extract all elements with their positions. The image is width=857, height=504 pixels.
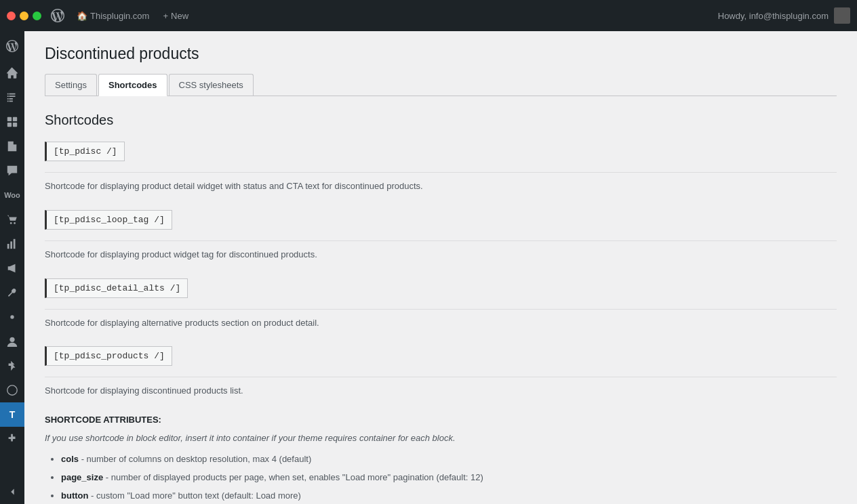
window-controls [7,12,41,20]
shortcode-code-4: [tp_pdisc_products /] [45,346,172,366]
admin-bar: 🏠 Thisplugin.com + New Howdy, info@thisp… [0,0,857,31]
svg-rect-0 [7,117,12,121]
shortcode-code-1: [tp_pdisc /] [45,142,125,161]
sidebar-item-marketing[interactable] [0,256,24,280]
wp-icon [49,7,66,24]
woo-label: Woo [4,191,20,199]
tab-settings[interactable]: Settings [45,74,97,96]
sidebar-item-woocommerce[interactable]: Woo [0,183,24,207]
svg-rect-3 [13,123,17,127]
shortcode-code-2: [tp_pdisc_loop_tag /] [45,210,172,230]
tab-shortcodes[interactable]: Shortcodes [98,74,167,96]
sidebar-item-analytics[interactable] [0,232,24,256]
sidebar: Woo [0,31,24,504]
sidebar-item-appearance[interactable] [0,378,24,402]
avatar[interactable] [834,7,850,24]
new-menu[interactable]: + New [157,11,194,21]
howdy-text: Howdy, info@thisplugin.com [718,11,829,21]
attr-desc-cols: - number of columns on desktop resolutio… [81,454,312,464]
svg-rect-2 [7,123,12,127]
svg-rect-8 [14,239,16,249]
shortcode-desc-2: Shortcode for displaying product widget … [45,248,837,262]
tp-icon: T [9,409,16,420]
sidebar-item-comments[interactable] [0,159,24,183]
sidebar-collapse[interactable] [0,480,24,504]
attributes-title: SHORTCODE ATTRIBUTES: [45,415,837,425]
shortcode-desc-4: Shortcode for displaying discontinued pr… [45,384,837,398]
attributes-note: If you use shortcode in block editor, in… [45,433,837,443]
attr-name-pagesize: page_size [61,472,103,482]
shortcode-block-2: [tp_pdisc_loop_tag /] Shortcode for disp… [45,210,837,262]
maximize-button[interactable] [33,12,41,20]
attr-desc-button: - custom "Load more" button text (defaul… [91,490,301,501]
site-name: Thisplugin.com [90,11,149,21]
main-layout: Woo [0,31,857,504]
shortcode-desc-3: Shortcode for displaying alternative pro… [45,316,837,331]
house-icon: 🏠 [77,11,87,21]
sidebar-item-products[interactable] [0,207,24,232]
plus-icon: + [163,11,168,21]
sidebar-item-dashboard[interactable] [0,61,24,85]
site-link[interactable]: 🏠 Thisplugin.com [71,11,155,21]
attributes-list: cols - number of columns on desktop reso… [45,453,837,503]
sidebar-item-wp[interactable] [0,34,24,58]
sidebar-item-pages[interactable] [0,134,24,159]
svg-point-11 [7,385,17,395]
content-area: Discontinued products Settings Shortcode… [24,31,857,504]
attr-desc-pagesize: - number of displayed products per page,… [106,472,483,482]
svg-rect-1 [13,117,17,121]
new-label: New [171,11,188,21]
svg-point-5 [14,222,16,224]
minimize-button[interactable] [20,12,28,20]
svg-rect-7 [10,241,12,249]
shortcode-block-4: [tp_pdisc_products /] Shortcode for disp… [45,346,837,398]
sidebar-item-puzzle[interactable] [0,427,24,451]
svg-point-9 [10,315,14,318]
attr-item-cols: cols - number of columns on desktop reso… [61,453,837,467]
attr-name-cols: cols [61,454,79,464]
tab-css[interactable]: CSS stylesheets [169,74,254,96]
svg-point-10 [9,337,14,342]
sidebar-item-media[interactable] [0,110,24,134]
sidebar-item-plugins[interactable] [0,354,24,378]
shortcode-desc-1: Shortcode for displaying product detail … [45,180,837,194]
shortcode-block-3: [tp_pdisc_detail_alts /] Shortcode for d… [45,278,837,331]
shortcode-code-3: [tp_pdisc_detail_alts /] [45,278,188,298]
svg-point-4 [10,222,12,224]
admin-bar-right: Howdy, info@thisplugin.com [718,7,850,24]
shortcode-block-1: [tp_pdisc /] Shortcode for displaying pr… [45,142,837,194]
section-title: Shortcodes [45,112,837,128]
page-title: Discontinued products [45,45,837,63]
sidebar-item-posts[interactable] [0,85,24,110]
sidebar-item-tools[interactable] [0,280,24,305]
sidebar-item-thisplugin[interactable]: T [0,402,24,427]
tabs-nav: Settings Shortcodes CSS stylesheets [45,74,837,96]
sidebar-item-users[interactable] [0,329,24,354]
sidebar-item-settings[interactable] [0,305,24,329]
close-button[interactable] [7,12,16,20]
attr-name-button: button [61,490,88,501]
attr-item-button: button - custom "Load more" button text … [61,489,837,503]
attr-item-pagesize: page_size - number of displayed products… [61,471,837,485]
svg-rect-6 [7,244,9,249]
